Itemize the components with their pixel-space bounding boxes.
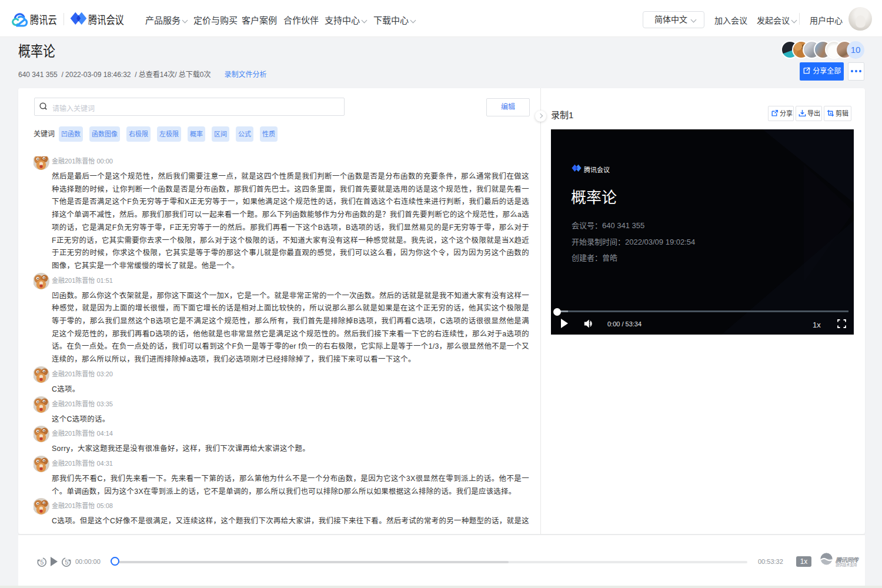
svg-text:5: 5 xyxy=(40,559,44,566)
svg-text:5: 5 xyxy=(65,559,68,566)
